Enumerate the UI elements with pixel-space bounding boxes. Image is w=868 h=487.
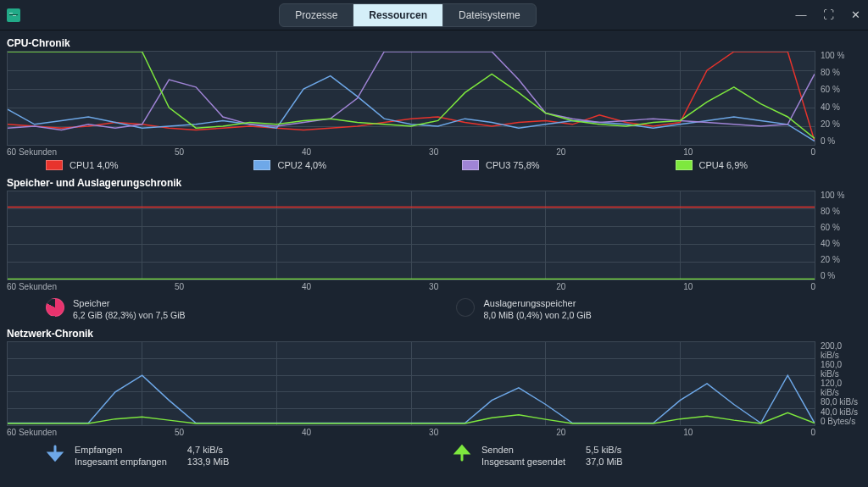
send-total-label: Insgesamt gesendet (481, 456, 565, 468)
legend-label: Auslagerungsspeicher (483, 298, 591, 310)
net-chart (7, 341, 815, 426)
legend-value: 6,2 GiB (82,3%) von 7,5 GiB (73, 310, 185, 321)
net-legend: Empfangen Insgesamt empfangen 4,7 kiB/s … (7, 440, 861, 468)
tab-filesystems[interactable]: Dateisysteme (442, 4, 536, 26)
send-label: Senden (481, 444, 565, 456)
tab-resources[interactable]: Ressourcen (353, 4, 442, 26)
mem-xaxis: 60 Sekunden50403020100 (7, 282, 861, 291)
cpu-section-title: CPU-Chronik (7, 37, 861, 49)
swatch-icon (676, 160, 693, 170)
legend-send[interactable]: Senden Insgesamt gesendet 5,5 kiB/s 37,0… (453, 444, 809, 468)
app-icon (7, 8, 20, 22)
cpu-legend: CPU1 4,0% CPU2 4,0% CPU3 75,8% CPU4 6,9% (7, 160, 861, 175)
legend-cpu3[interactable]: CPU3 75,8% (462, 160, 540, 170)
recv-total-label: Insgesamt empfangen (75, 456, 167, 468)
legend-receive[interactable]: Empfangen Insgesamt empfangen 4,7 kiB/s … (46, 444, 402, 468)
cpu-chart (7, 51, 815, 146)
send-total: 37,0 MiB (586, 456, 622, 468)
upload-arrow-icon (453, 444, 471, 462)
mem-yaxis: 100 %80 %60 %40 %20 %0 % (815, 191, 861, 280)
recv-total: 133,9 MiB (187, 456, 230, 468)
swatch-icon (46, 160, 63, 170)
pie-icon (456, 298, 475, 317)
swatch-icon (253, 160, 270, 170)
view-tablist: Prozesse Ressourcen Dateisysteme (279, 3, 536, 27)
legend-cpu2[interactable]: CPU2 4,0% (253, 160, 326, 170)
legend-label: CPU1 4,0% (70, 160, 118, 170)
legend-cpu1[interactable]: CPU1 4,0% (46, 160, 118, 170)
close-button[interactable]: ✕ (849, 8, 861, 21)
recv-rate: 4,7 kiB/s (187, 444, 230, 456)
swatch-icon (462, 160, 479, 170)
cpu-xaxis: 60 Sekunden50403020100 (7, 147, 861, 157)
download-arrow-icon (46, 444, 64, 462)
legend-label: Speicher (73, 298, 185, 310)
legend-value: 8,0 MiB (0,4%) von 2,0 GiB (483, 310, 591, 321)
legend-label: CPU4 6,9% (699, 160, 748, 170)
legend-label: CPU2 4,0% (277, 160, 326, 170)
legend-cpu4[interactable]: CPU4 6,9% (676, 160, 748, 170)
header-bar: Prozesse Ressourcen Dateisysteme — ⛶ ✕ (0, 0, 868, 30)
mem-chart (7, 191, 815, 280)
net-section-title: Netzwerk-Chronik (7, 328, 861, 340)
minimize-button[interactable]: — (795, 8, 807, 21)
tab-processes[interactable]: Prozesse (280, 4, 353, 26)
mem-legend: Speicher 6,2 GiB (82,3%) von 7,5 GiB Aus… (7, 295, 861, 326)
legend-label: CPU3 75,8% (486, 160, 540, 170)
send-rate: 5,5 kiB/s (586, 444, 622, 456)
maximize-button[interactable]: ⛶ (822, 8, 834, 21)
net-yaxis: 200,0 kiB/s160,0 kiB/s120,0 kiB/s80,0 ki… (815, 341, 861, 426)
cpu-yaxis: 100 %80 %60 %40 %20 %0 % (815, 51, 861, 146)
legend-swap[interactable]: Auslagerungsspeicher 8,0 MiB (0,4%) von … (456, 298, 591, 321)
legend-memory[interactable]: Speicher 6,2 GiB (82,3%) von 7,5 GiB (46, 298, 185, 321)
mem-section-title: Speicher- und Auslagerungschronik (7, 177, 861, 189)
pie-icon (46, 298, 64, 317)
recv-label: Empfangen (75, 444, 167, 456)
net-xaxis: 60 Sekunden50403020100 (7, 428, 861, 437)
